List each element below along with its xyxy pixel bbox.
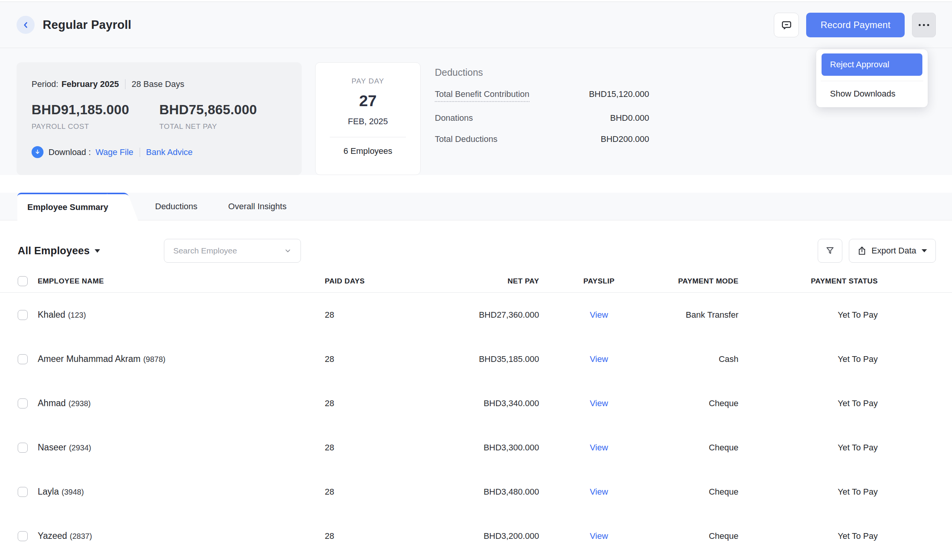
- row-checkbox[interactable]: [18, 487, 28, 497]
- back-button[interactable]: [17, 16, 35, 34]
- employee-id: (2938): [68, 399, 91, 408]
- deductions-summary: Deductions Total Benefit Contribution BH…: [435, 62, 650, 144]
- base-days: 28 Base Days: [132, 79, 184, 89]
- payday-day: 27: [316, 92, 420, 110]
- select-all-checkbox[interactable]: [18, 276, 28, 286]
- payroll-cost-label: PAYROLL COST: [32, 122, 159, 131]
- row-checkbox[interactable]: [18, 354, 28, 364]
- deduction-row: Total Deductions BHD200.000: [435, 134, 649, 144]
- page-header: Regular Payroll Record Payment Reject Ap…: [0, 2, 952, 48]
- total-deductions-label: Total Deductions: [435, 134, 498, 144]
- col-payment-mode: PAYMENT MODE: [659, 277, 738, 285]
- total-net-pay-label: TOTAL NET PAY: [159, 122, 287, 131]
- caret-down-icon: [95, 249, 100, 253]
- table-toolbar: All Employees Search Employee Export Dat…: [0, 220, 952, 263]
- employee-name: Layla: [38, 487, 59, 497]
- payday-divider: [330, 137, 406, 137]
- col-paid-days: PAID DAYS: [325, 277, 440, 285]
- payday-employee-count: 6 Employees: [316, 146, 420, 156]
- row-checkbox[interactable]: [18, 531, 28, 541]
- total-benefit-contribution-value: BHD15,120.000: [589, 89, 649, 99]
- table-header-row: EMPLOYEE NAME PAID DAYS NET PAY PAYSLIP …: [0, 270, 952, 293]
- page-title: Regular Payroll: [43, 18, 131, 32]
- employee-id: (123): [68, 311, 86, 319]
- period-value: February 2025: [62, 79, 119, 89]
- view-payslip-link[interactable]: View: [590, 443, 608, 452]
- payment-status: Yet To Pay: [738, 487, 878, 497]
- paid-days: 28: [325, 443, 440, 453]
- payroll-cost-stat: BHD91,185.000 PAYROLL COST: [32, 102, 159, 131]
- total-net-pay-amount: BHD75,865.000: [159, 102, 287, 117]
- deduction-row: Donations BHD0.000: [435, 113, 649, 123]
- wage-file-link[interactable]: Wage File: [95, 147, 133, 157]
- row-checkbox[interactable]: [18, 398, 28, 408]
- net-pay: BHD35,185.000: [440, 354, 539, 364]
- col-payment-status: PAYMENT STATUS: [738, 277, 878, 285]
- payment-mode: Cash: [659, 354, 738, 364]
- payroll-summary-card: Period: February 2025 28 Base Days BHD91…: [17, 62, 302, 175]
- record-payment-button[interactable]: Record Payment: [806, 13, 905, 37]
- payment-status: Yet To Pay: [738, 443, 878, 453]
- menu-item-reject-approval[interactable]: Reject Approval: [822, 53, 922, 76]
- more-actions-menu: Reject Approval Show Downloads: [816, 49, 928, 107]
- net-pay: BHD3,200.000: [440, 531, 539, 541]
- caret-down-icon: [922, 249, 927, 252]
- row-checkbox[interactable]: [18, 310, 28, 320]
- tab-employee-summary[interactable]: Employee Summary: [17, 193, 124, 220]
- tab-deductions[interactable]: Deductions: [140, 202, 213, 212]
- payment-status: Yet To Pay: [738, 398, 878, 408]
- payroll-cost-amount: BHD91,185.000: [32, 102, 159, 117]
- ellipsis-icon: [918, 23, 930, 27]
- bank-advice-link[interactable]: Bank Advice: [146, 147, 193, 157]
- comment-icon: [781, 19, 792, 31]
- period-label: Period:: [32, 79, 58, 89]
- export-data-button[interactable]: Export Data: [849, 239, 936, 263]
- comments-button[interactable]: [774, 13, 799, 37]
- employee-scope-label: All Employees: [18, 245, 90, 257]
- net-pay: BHD3,480.000: [440, 487, 539, 497]
- stats-row: BHD91,185.000 PAYROLL COST BHD75,865.000…: [32, 102, 287, 131]
- total-benefit-contribution-label[interactable]: Total Benefit Contribution: [435, 89, 529, 102]
- donations-label: Donations: [435, 113, 473, 123]
- download-label: Download :: [48, 147, 91, 157]
- payment-status: Yet To Pay: [738, 310, 878, 320]
- view-payslip-link[interactable]: View: [590, 354, 608, 364]
- paid-days: 28: [325, 310, 440, 320]
- paid-days: 28: [325, 531, 440, 541]
- paid-days: 28: [325, 487, 440, 497]
- export-data-label: Export Data: [872, 246, 916, 256]
- toolbar-right: Export Data: [818, 239, 936, 263]
- view-payslip-link[interactable]: View: [590, 487, 608, 497]
- view-payslip-link[interactable]: View: [590, 531, 608, 541]
- net-pay: BHD3,340.000: [440, 398, 539, 408]
- employee-id: (9878): [143, 355, 165, 363]
- net-pay: BHD3,300.000: [440, 443, 539, 453]
- more-actions-button[interactable]: [912, 13, 936, 37]
- export-icon: [857, 246, 867, 256]
- menu-item-show-downloads[interactable]: Show Downloads: [822, 81, 922, 102]
- payment-status: Yet To Pay: [738, 354, 878, 364]
- deductions-title: Deductions: [435, 67, 650, 78]
- payment-mode: Bank Transfer: [659, 310, 738, 320]
- total-net-pay-stat: BHD75,865.000 TOTAL NET PAY: [159, 102, 287, 131]
- table-row: Ahmad(2938) 28 BHD3,340.000 View Cheque …: [0, 381, 952, 425]
- view-payslip-link[interactable]: View: [590, 310, 608, 320]
- view-payslip-link[interactable]: View: [590, 398, 608, 408]
- employee-id: (3948): [62, 488, 84, 496]
- deduction-row: Total Benefit Contribution BHD15,120.000: [435, 89, 649, 102]
- filter-button[interactable]: [818, 239, 842, 263]
- total-deductions-value: BHD200.000: [601, 134, 649, 144]
- chevron-left-icon: [22, 21, 30, 29]
- employee-name: Naseer: [38, 442, 66, 452]
- table-row: Yazeed(2837) 28 BHD3,200.000 View Cheque…: [0, 514, 952, 558]
- payment-status: Yet To Pay: [738, 531, 878, 541]
- row-checkbox[interactable]: [18, 443, 28, 453]
- employee-name: Ameer Muhammad Akram: [38, 354, 140, 364]
- donations-value: BHD0.000: [610, 113, 649, 123]
- employee-scope-dropdown[interactable]: All Employees: [18, 245, 100, 257]
- tab-overall-insights[interactable]: Overall Insights: [213, 202, 302, 212]
- separator: [125, 79, 125, 89]
- payday-label: PAY DAY: [316, 77, 420, 85]
- search-employee-select[interactable]: Search Employee: [164, 239, 301, 263]
- filter-icon: [825, 246, 835, 256]
